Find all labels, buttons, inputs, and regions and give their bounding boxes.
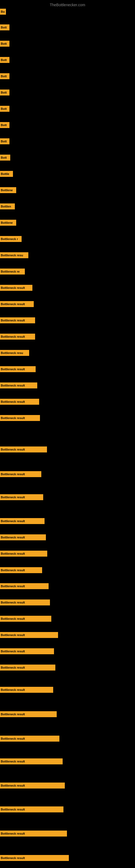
- bar-row: Bottle: [0, 170, 13, 177]
- bar-label: Bottleneck result: [0, 782, 65, 788]
- bar-row: Bottleneck result: [0, 333, 35, 340]
- bar-label-text: Bott: [1, 156, 7, 159]
- bar-row: Bott: [0, 56, 9, 63]
- bar-label-text: Bottleneck result: [1, 448, 25, 451]
- bar-label: Bott: [0, 41, 9, 46]
- bar-label: Bottleneck result: [0, 494, 43, 500]
- bar-label-text: Bottlene: [1, 221, 13, 224]
- bar-label: Bott: [0, 90, 9, 95]
- bar-label-text: Bottleneck result: [1, 650, 25, 653]
- bar-label: Bottleneck result: [0, 415, 40, 421]
- bar-row: Bottleneck result: [0, 806, 63, 813]
- bar-row: Bottleneck result: [0, 615, 51, 622]
- bar-label-text: Bottleneck result: [1, 808, 25, 811]
- bar-label: Bottleneck result: [0, 317, 35, 323]
- bar-label: Bottleneck result: [0, 471, 41, 477]
- bar-label-text: Bott: [1, 91, 7, 94]
- bar-label-text: Bottleneck result: [1, 303, 25, 306]
- bar-label: Bott: [0, 122, 9, 128]
- bar-label-text: Bottleneck result: [1, 472, 25, 476]
- bar-label: Bottleneck result: [0, 534, 46, 540]
- bar-row: Bott: [0, 73, 9, 80]
- bar-row: Bott: [0, 40, 9, 47]
- bar-row: Bottleneck re: [0, 268, 25, 275]
- bar-label: Bott: [0, 57, 9, 63]
- bar-row: Bottleneck result: [0, 414, 40, 422]
- bar-label: Bottleneck result: [0, 301, 34, 307]
- bar-row: Bottleneck result: [0, 782, 65, 789]
- bar-row: Bottlene: [0, 187, 16, 194]
- bar-row: Bottleneck result: [0, 735, 59, 742]
- bar-label: Bott: [0, 138, 9, 144]
- bar-label: Bottleneck resu: [0, 350, 29, 356]
- bar-row: Bottleneck result: [0, 398, 39, 405]
- bar-label-text: Bott: [1, 42, 7, 45]
- bar-label-text: Bottleneck result: [1, 568, 25, 572]
- bar-row: Bottleneck result: [0, 686, 53, 693]
- bar-label: Bottleneck result: [0, 285, 32, 291]
- bar-label-text: Bottleneck result: [1, 856, 25, 860]
- bar-label: Bottleneck re: [0, 269, 25, 275]
- bar-label-text: Bottleneck result: [1, 536, 25, 539]
- bar-label-text: Bottlen: [1, 205, 11, 208]
- bar-label-text: Bottleneck result: [1, 319, 25, 322]
- bar-label: Bottleneck result: [0, 632, 58, 638]
- bar-label: Bottleneck result: [0, 366, 36, 372]
- bar-label: Bottleneck result: [0, 382, 37, 389]
- bar-label-text: Bottleneck result: [1, 552, 25, 555]
- bar-row: Bottleneck result: [0, 446, 47, 453]
- bar-label-text: Bo: [1, 10, 5, 13]
- bar-label-text: Bottleneck result: [1, 496, 25, 499]
- bar-label-text: Bottleneck result: [1, 601, 25, 604]
- bar-row: Bottleneck result: [0, 301, 34, 308]
- bar-label-text: Bottleneck result: [1, 737, 25, 740]
- bar-row: Bottleneck result: [0, 648, 54, 655]
- bar-label-text: Bottleneck result: [1, 400, 25, 403]
- bar-label: Bottleneck result: [0, 758, 63, 764]
- bar-label-text: Bott: [1, 140, 7, 143]
- bar-label-text: Bott: [1, 107, 7, 111]
- bar-label: Bo: [0, 9, 6, 14]
- bar-label-text: Bottleneck result: [1, 384, 25, 387]
- bar-label: Bottleneck r: [0, 236, 21, 242]
- bar-label: Bottlene: [0, 187, 16, 193]
- bar-label-text: Bottleneck result: [1, 713, 25, 716]
- bar-label-text: Bott: [1, 58, 7, 62]
- bar-row: Bott: [0, 138, 9, 145]
- bar-label: Bott: [0, 24, 9, 30]
- bar-label-text: Bottle: [1, 172, 9, 176]
- bar-label-text: Bottleneck result: [1, 617, 25, 620]
- bar-label: Bottleneck result: [0, 831, 67, 837]
- bar-row: Bottleneck resu: [0, 349, 29, 356]
- bar-label-text: Bottleneck result: [1, 688, 25, 691]
- bar-label-text: Bott: [1, 26, 7, 29]
- bar-row: Bottleneck result: [0, 317, 35, 324]
- bar-label: Bottleneck result: [0, 334, 35, 340]
- bar-row: Bottleneck result: [0, 284, 32, 291]
- bar-label-text: Bottleneck result: [1, 633, 25, 637]
- bar-label-text: Bottleneck result: [1, 286, 25, 289]
- bar-label: Bottleneck result: [0, 687, 53, 693]
- bar-row: Bottleneck result: [0, 599, 50, 606]
- bar-row: Bottleneck result: [0, 518, 45, 525]
- bar-row: Bottleneck result: [0, 758, 63, 765]
- bar-row: Bottleneck result: [0, 583, 49, 590]
- bar-label: Bottleneck result: [0, 616, 51, 622]
- bar-row: Bottleneck result: [0, 631, 58, 639]
- bar-label: Bottleneck result: [0, 446, 47, 453]
- bar-label-text: Bottleneck result: [1, 335, 25, 338]
- bar-row: Bottleneck result: [0, 830, 67, 837]
- bar-label: Bottlene: [0, 220, 16, 226]
- bar-row: Bottleneck result: [0, 550, 47, 557]
- bar-label: Bott: [0, 106, 9, 112]
- bar-label: Bott: [0, 155, 10, 161]
- bar-row: Bott: [0, 24, 9, 31]
- bar-row: Bott: [0, 122, 9, 129]
- bar-row: Bottleneck result: [0, 664, 55, 671]
- bar-label-text: Bottleneck resu: [1, 254, 23, 257]
- bar-label: Bottleneck result: [0, 711, 57, 717]
- bar-row: Bottlene: [0, 219, 16, 226]
- bar-row: Bott: [0, 105, 9, 112]
- bar-label: Bottleneck result: [0, 855, 69, 861]
- bar-label: Bottlen: [0, 204, 15, 209]
